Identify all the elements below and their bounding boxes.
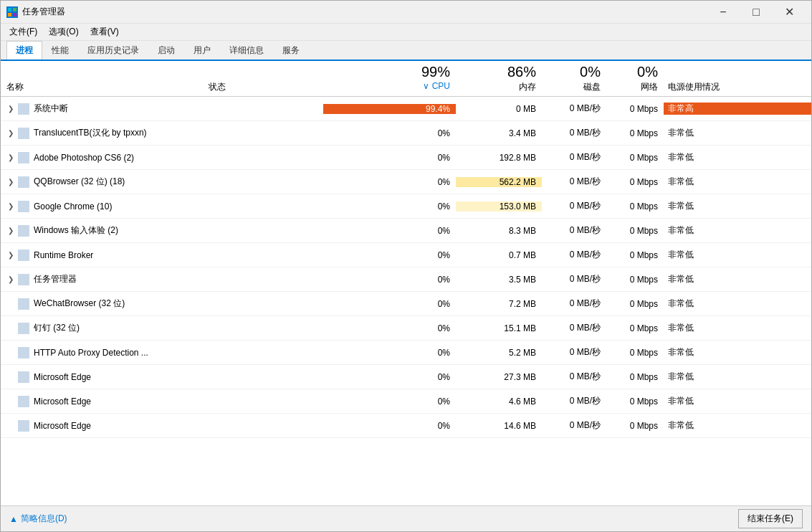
tab-processes[interactable]: 进程	[6, 41, 42, 60]
process-memory: 562.2 MB	[456, 177, 542, 187]
col-header-disk[interactable]: 磁盘	[542, 81, 606, 93]
process-icon	[18, 323, 29, 334]
process-disk: 0 MB/秒	[542, 371, 606, 383]
process-cpu: 0%	[323, 372, 456, 382]
process-name-cell: ❯ Windows 输入体验 (2)	[1, 224, 209, 237]
title-bar: 任务管理器 − □ ✕	[1, 1, 811, 24]
end-task-button[interactable]: 结束任务(E)	[738, 509, 803, 528]
process-network: 0 Mbps	[606, 275, 664, 285]
expand-button[interactable]: ❯	[4, 251, 18, 259]
col-header-cpu[interactable]: ∨CPU	[323, 81, 456, 93]
table-row[interactable]: ❯ QQBrowser (32 位) (18) 0% 562.2 MB 0 MB…	[1, 170, 811, 194]
memory-header-top[interactable]: 86%	[456, 64, 542, 80]
main-content: 99% 86% 0% 0% 名称 状态 ∨CPU	[1, 61, 811, 505]
table-row[interactable]: ❯ Adobe Photoshop CS6 (2) 0% 192.8 MB 0 …	[1, 146, 811, 170]
process-network: 0 Mbps	[606, 372, 664, 382]
close-button[interactable]: ✕	[773, 1, 806, 24]
expand-button[interactable]: ❯	[4, 227, 18, 234]
svg-rect-3	[13, 13, 16, 16]
process-power: 非常低	[664, 322, 811, 334]
menu-view[interactable]: 查看(V)	[85, 24, 125, 39]
table-row[interactable]: 钉钉 (32 位) 0% 15.1 MB 0 MB/秒 0 Mbps 非常低	[1, 316, 811, 341]
table-row[interactable]: ❯ Runtime Broker 0% 0.7 MB 0 MB/秒 0 Mbps…	[1, 243, 811, 267]
tab-performance[interactable]: 性能	[42, 41, 78, 60]
table-row[interactable]: WeChatBrowser (32 位) 0% 7.2 MB 0 MB/秒 0 …	[1, 292, 811, 316]
table-row[interactable]: ❯ Windows 输入体验 (2) 0% 8.3 MB 0 MB/秒 0 Mb…	[1, 219, 811, 243]
process-name-cell: WeChatBrowser (32 位)	[1, 298, 209, 310]
process-icon	[18, 128, 29, 139]
disk-percentage: 0%	[580, 64, 601, 80]
maximize-button[interactable]: □	[740, 1, 773, 24]
col-header-network[interactable]: 网络	[606, 81, 664, 93]
process-disk: 0 MB/秒	[542, 176, 606, 188]
process-name: TranslucentTB(汉化 by tpxxn)	[34, 127, 209, 139]
table-row[interactable]: Microsoft Edge 0% 14.6 MB 0 MB/秒 0 Mbps …	[1, 414, 811, 438]
process-name: Adobe Photoshop CS6 (2)	[34, 153, 209, 163]
process-disk: 0 MB/秒	[542, 419, 606, 432]
col-header-name[interactable]: 名称	[1, 81, 209, 93]
tab-app-history[interactable]: 应用历史记录	[78, 41, 148, 60]
svg-rect-2	[8, 13, 11, 16]
network-percentage: 0%	[637, 64, 658, 80]
cpu-percentage: 99%	[421, 64, 450, 80]
process-name: WeChatBrowser (32 位)	[34, 298, 209, 310]
tab-services[interactable]: 服务	[273, 41, 309, 60]
process-icon	[18, 152, 29, 163]
process-cpu: 99.4%	[323, 104, 456, 114]
tab-startup[interactable]: 启动	[148, 41, 184, 60]
process-power: 非常低	[664, 371, 811, 383]
table-row[interactable]: ❯ 任务管理器 0% 3.5 MB 0 MB/秒 0 Mbps 非常低	[1, 267, 811, 292]
process-cpu: 0%	[323, 153, 456, 163]
tab-users[interactable]: 用户	[184, 41, 220, 60]
process-power: 非常低	[664, 176, 811, 188]
col-header-power[interactable]: 电源使用情况	[664, 81, 811, 93]
menu-options[interactable]: 选项(O)	[43, 24, 84, 39]
process-name: Google Chrome (10)	[34, 201, 209, 212]
expand-button[interactable]: ❯	[4, 105, 18, 113]
process-power: 非常低	[664, 127, 811, 139]
process-memory: 153.0 MB	[456, 201, 542, 212]
process-name: Microsoft Edge	[34, 421, 209, 431]
sort-arrow-icon: ∨	[423, 81, 429, 91]
task-manager-window: 任务管理器 − □ ✕ 文件(F) 选项(O) 查看(V) 进程 性能 应用历史…	[0, 0, 812, 532]
table-row[interactable]: ❯ Google Chrome (10) 0% 153.0 MB 0 MB/秒 …	[1, 194, 811, 219]
process-icon	[18, 371, 29, 383]
process-power: 非常低	[664, 273, 811, 285]
process-name-cell: ❯ 系统中断	[1, 103, 209, 115]
status-bar: ▲ 简略信息(D) 结束任务(E)	[1, 505, 811, 531]
table-row[interactable]: HTTP Auto Proxy Detection ... 0% 5.2 MB …	[1, 341, 811, 365]
disk-header-top[interactable]: 0%	[542, 64, 606, 80]
process-disk: 0 MB/秒	[542, 127, 606, 139]
menu-file[interactable]: 文件(F)	[4, 24, 43, 39]
process-name: HTTP Auto Proxy Detection ...	[34, 348, 209, 358]
process-icon	[18, 201, 29, 212]
expand-button[interactable]: ❯	[4, 275, 18, 283]
process-name: 系统中断	[34, 103, 209, 115]
expand-button[interactable]: ❯	[4, 202, 18, 210]
expand-button[interactable]: ❯	[4, 129, 18, 137]
col-header-status[interactable]: 状态	[209, 81, 323, 93]
process-disk: 0 MB/秒	[542, 224, 606, 237]
table-row[interactable]: Microsoft Edge 0% 4.6 MB 0 MB/秒 0 Mbps 非…	[1, 389, 811, 414]
svg-rect-0	[8, 8, 11, 11]
process-cpu: 0%	[323, 348, 456, 358]
table-row[interactable]: ❯ 系统中断 99.4% 0 MB 0 MB/秒 0 Mbps 非常高	[1, 97, 811, 121]
minimize-button[interactable]: −	[707, 1, 740, 24]
expand-button[interactable]: ❯	[4, 178, 18, 186]
power-header-top	[664, 64, 811, 80]
col-header-memory[interactable]: 内存	[456, 81, 542, 93]
tab-details[interactable]: 详细信息	[220, 41, 273, 60]
table-row[interactable]: ❯ TranslucentTB(汉化 by tpxxn) 0% 3.4 MB 0…	[1, 121, 811, 146]
process-icon	[18, 225, 29, 237]
cpu-header-top[interactable]: 99%	[323, 64, 456, 80]
process-memory: 192.8 MB	[456, 153, 542, 163]
process-name-cell: HTTP Auto Proxy Detection ...	[1, 347, 209, 358]
window-title: 任务管理器	[22, 6, 707, 18]
chevron-up-icon: ▲	[9, 514, 18, 524]
summary-toggle[interactable]: ▲ 简略信息(D)	[9, 513, 67, 525]
process-name-cell: ❯ 任务管理器	[1, 273, 209, 285]
table-row[interactable]: Microsoft Edge 0% 27.3 MB 0 MB/秒 0 Mbps …	[1, 365, 811, 389]
network-header-top[interactable]: 0%	[606, 64, 664, 80]
process-network: 0 Mbps	[606, 226, 664, 236]
expand-button[interactable]: ❯	[4, 153, 18, 161]
